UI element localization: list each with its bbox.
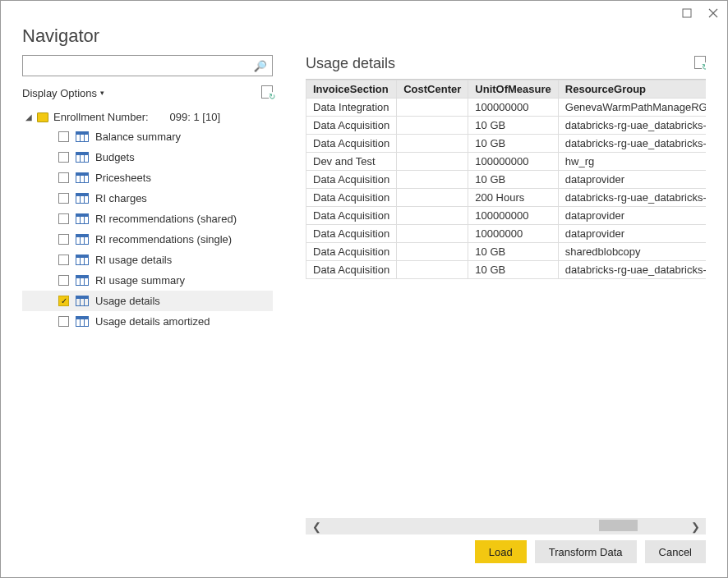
table-cell [397, 135, 468, 153]
cancel-button[interactable]: Cancel [645, 540, 706, 563]
tree-item-label: Usage details amortized [95, 315, 210, 328]
checkbox[interactable] [58, 172, 69, 183]
tree-item[interactable]: RI recommendations (single) [22, 229, 273, 250]
tree-item-label: RI recommendations (shared) [95, 213, 237, 225]
table-cell: 10 GB [468, 135, 558, 153]
search-icon[interactable]: 🔍 [249, 60, 272, 72]
table-icon [76, 234, 89, 245]
column-header[interactable]: CostCenter [397, 80, 468, 99]
table-row[interactable]: Data Integration100000000GenevaWarmPathM… [306, 99, 707, 117]
tree: ◢ Enrollment Number: 099: 1 [10] Balance… [22, 108, 273, 534]
search-box[interactable]: 🔍 [22, 55, 273, 76]
table-cell [397, 171, 468, 189]
horizontal-scrollbar[interactable]: ❮ ❯ [306, 518, 706, 534]
refresh-tree-icon[interactable] [261, 85, 273, 101]
table-icon [76, 152, 89, 163]
tree-item[interactable]: Balance summary [22, 126, 273, 147]
table-icon [76, 296, 89, 306]
search-input[interactable] [23, 60, 249, 72]
scroll-thumb[interactable] [599, 520, 638, 531]
scroll-track[interactable] [327, 518, 684, 534]
table-cell: Data Acquisition [306, 225, 397, 243]
tree-item[interactable]: RI usage details [22, 250, 273, 270]
table-cell: dataprovider [558, 171, 706, 189]
table-cell [397, 207, 468, 225]
tree-item[interactable]: Pricesheets [22, 167, 273, 188]
table-row[interactable]: Data Acquisition10 GBdatabricks-rg-uae_d… [306, 135, 707, 153]
tree-item[interactable]: ✓Usage details [22, 291, 273, 311]
checkbox[interactable] [58, 193, 69, 204]
tree-item[interactable]: Usage details amortized [22, 311, 273, 332]
table-row[interactable]: Data Acquisition10 GBdataprovider [306, 171, 707, 189]
checkbox[interactable] [58, 275, 69, 286]
table-icon [76, 316, 89, 327]
checkbox[interactable] [58, 131, 69, 142]
display-options-button[interactable]: Display Options ▾ [22, 87, 104, 99]
tree-root-item[interactable]: ◢ Enrollment Number: 099: 1 [10] [22, 108, 273, 126]
tree-item[interactable]: RI charges [22, 188, 273, 209]
table-cell: 10000000 [468, 225, 558, 243]
tree-expand-icon[interactable]: ◢ [25, 112, 34, 122]
table-cell: sharedblobcopy [558, 243, 706, 261]
checkbox[interactable]: ✓ [58, 296, 69, 306]
table-cell: Data Acquisition [306, 243, 397, 261]
table-cell [397, 189, 468, 207]
table-cell: 200 Hours [468, 189, 558, 207]
table-cell: Data Acquisition [306, 261, 397, 279]
footer: Load Transform Data Cancel [1, 534, 727, 577]
chevron-down-icon: ▾ [100, 89, 104, 97]
display-options-row: Display Options ▾ [22, 83, 273, 103]
folder-icon [37, 112, 48, 122]
table-cell: Dev and Test [306, 153, 397, 171]
table-row[interactable]: Data Acquisition10 GBsharedblobcopy [306, 243, 707, 261]
table-cell: dataprovider [558, 207, 706, 225]
refresh-preview-icon[interactable] [694, 56, 706, 71]
preview-title: Usage details [306, 55, 395, 72]
table-row[interactable]: Dev and Test100000000hw_rg [306, 153, 707, 171]
table-cell: Data Acquisition [306, 117, 397, 135]
scroll-right-icon[interactable]: ❯ [684, 518, 706, 534]
table-cell: databricks-rg-uae_databricks- [558, 261, 706, 279]
tree-item[interactable]: RI usage summary [22, 270, 273, 291]
table-icon [76, 213, 89, 224]
column-header[interactable]: InvoiceSection [306, 80, 397, 99]
table-cell [397, 225, 468, 243]
table-cell: Data Acquisition [306, 135, 397, 153]
table-row[interactable]: Data Acquisition10 GBdatabricks-rg-uae_d… [306, 261, 707, 279]
table-cell: dataprovider [558, 225, 706, 243]
table-row[interactable]: Data Acquisition100000000dataprovider [306, 207, 707, 225]
body: 🔍 Display Options ▾ ◢ Enrollment Number:… [1, 55, 727, 534]
close-icon[interactable] [706, 6, 721, 21]
tree-item[interactable]: RI recommendations (shared) [22, 209, 273, 229]
checkbox[interactable] [58, 152, 69, 163]
table-cell [397, 117, 468, 135]
titlebar [1, 1, 727, 25]
navigator-window: Navigator 🔍 Display Options ▾ ◢ Enrollme… [0, 0, 728, 578]
table-cell: 10 GB [468, 171, 558, 189]
tree-item[interactable]: Budgets [22, 147, 273, 167]
table-cell: 100000000 [468, 207, 558, 225]
table-cell: GenevaWarmPathManageRG [558, 99, 706, 117]
table-cell: Data Acquisition [306, 207, 397, 225]
transform-data-button[interactable]: Transform Data [535, 540, 637, 563]
scroll-left-icon[interactable]: ❮ [306, 518, 327, 534]
tree-item-label: Usage details [95, 295, 160, 307]
checkbox[interactable] [58, 234, 69, 245]
table-row[interactable]: Data Acquisition200 Hoursdatabricks-rg-u… [306, 189, 707, 207]
load-button[interactable]: Load [475, 540, 527, 563]
checkbox[interactable] [58, 255, 69, 265]
checkbox[interactable] [58, 213, 69, 224]
tree-item-label: RI charges [95, 192, 147, 204]
preview-table-wrap: InvoiceSectionCostCenterUnitOfMeasureRes… [306, 79, 706, 518]
table-row[interactable]: Data Acquisition10000000dataprovider [306, 225, 707, 243]
table-icon [76, 172, 89, 183]
column-header[interactable]: UnitOfMeasure [468, 80, 558, 99]
left-pane: 🔍 Display Options ▾ ◢ Enrollment Number:… [22, 55, 273, 534]
table-icon [76, 255, 89, 265]
checkbox[interactable] [58, 316, 69, 327]
column-header[interactable]: ResourceGroup [558, 80, 706, 99]
table-row[interactable]: Data Acquisition10 GBdatabricks-rg-uae_d… [306, 117, 707, 135]
table-cell: databricks-rg-uae_databricks- [558, 117, 706, 135]
table-cell: databricks-rg-uae_databricks- [558, 189, 706, 207]
maximize-icon[interactable] [680, 6, 694, 21]
